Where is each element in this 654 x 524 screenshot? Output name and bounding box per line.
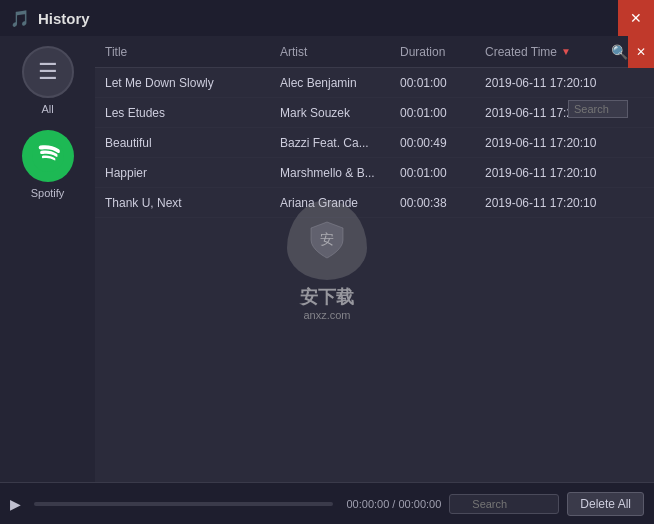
cell-duration-0: 00:01:00: [400, 76, 485, 90]
table-body: Let Me Down Slowly Alec Benjamin 00:01:0…: [95, 68, 654, 482]
col-title-header: Title: [95, 45, 280, 59]
cell-title-1: Les Etudes: [95, 106, 280, 120]
cell-created-4: 2019-06-11 17:20:10: [485, 196, 645, 210]
bottom-bar: ▶ 00:00:00 / 00:00:00 🔍 Delete All: [0, 482, 654, 524]
bottom-search-wrap: 🔍: [449, 494, 559, 514]
table-row[interactable]: Happier Marshmello & B... 00:01:00 2019-…: [95, 158, 654, 188]
cell-artist-2: Bazzi Feat. Ca...: [280, 136, 400, 150]
table-row[interactable]: Let Me Down Slowly Alec Benjamin 00:01:0…: [95, 68, 654, 98]
sidebar-item-all[interactable]: ☰ All: [22, 46, 74, 115]
cell-created-3: 2019-06-11 17:20:10: [485, 166, 645, 180]
cell-artist-3: Marshmello & B...: [280, 166, 400, 180]
window-title: History: [38, 10, 90, 27]
cell-duration-2: 00:00:49: [400, 136, 485, 150]
cell-artist-0: Alec Benjamin: [280, 76, 400, 90]
header-search-input[interactable]: [568, 100, 628, 118]
sidebar-all-label: All: [41, 103, 53, 115]
content-area: Title Artist Duration Created Time ▼ 🔍 ✕…: [95, 36, 654, 482]
all-icon: ☰: [22, 46, 74, 98]
search-icon-button[interactable]: 🔍: [611, 44, 628, 60]
cell-title-2: Beautiful: [95, 136, 280, 150]
bottom-search-input[interactable]: [449, 494, 559, 514]
cell-duration-4: 00:00:38: [400, 196, 485, 210]
cell-title-4: Thank U, Next: [95, 196, 280, 210]
progress-bar[interactable]: [34, 502, 333, 506]
close-button[interactable]: ✕: [618, 0, 654, 36]
table-row[interactable]: Thank U, Next Ariana Grande 00:00:38 201…: [95, 188, 654, 218]
cell-title-0: Let Me Down Slowly: [95, 76, 280, 90]
delete-all-button[interactable]: Delete All: [567, 492, 644, 516]
sidebar-item-spotify[interactable]: Spotify: [22, 130, 74, 199]
close-search-button[interactable]: ✕: [628, 36, 654, 68]
cell-title-3: Happier: [95, 166, 280, 180]
table-row[interactable]: Beautiful Bazzi Feat. Ca... 00:00:49 201…: [95, 128, 654, 158]
cell-created-0: 2019-06-11 17:20:10: [485, 76, 645, 90]
cell-artist-4: Ariana Grande: [280, 196, 400, 210]
music-icon: 🎵: [10, 9, 30, 28]
cell-duration-1: 00:01:00: [400, 106, 485, 120]
play-button[interactable]: ▶: [10, 496, 21, 512]
title-bar: 🎵 History ✕: [0, 0, 654, 36]
col-artist-header: Artist: [280, 45, 400, 59]
sidebar-spotify-label: Spotify: [31, 187, 65, 199]
time-display: 00:00:00 / 00:00:00: [346, 498, 441, 510]
col-duration-header: Duration: [400, 45, 485, 59]
cell-duration-3: 00:01:00: [400, 166, 485, 180]
main-container: ☰ All Spotify Title Artist Duration C: [0, 36, 654, 482]
cell-created-2: 2019-06-11 17:20:10: [485, 136, 645, 150]
table-header: Title Artist Duration Created Time ▼ 🔍 ✕: [95, 36, 654, 68]
cell-artist-1: Mark Souzek: [280, 106, 400, 120]
sidebar: ☰ All Spotify: [0, 36, 95, 482]
sort-arrow-icon: ▼: [561, 46, 571, 57]
spotify-icon: [22, 130, 74, 182]
